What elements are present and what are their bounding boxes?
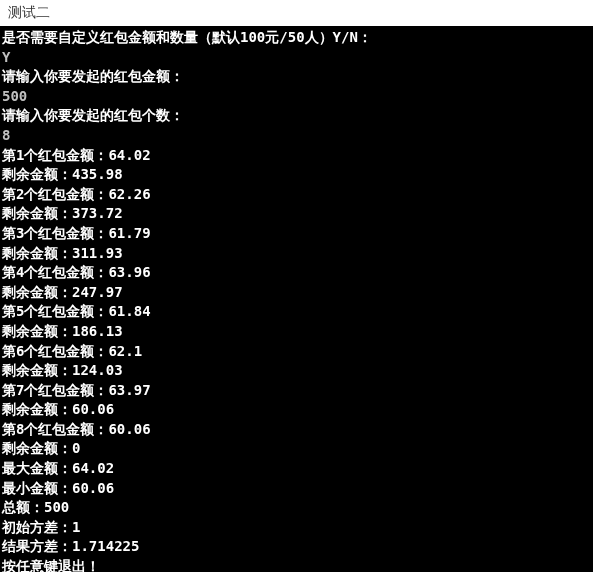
console-output-line: 最大金额：64.02 [0,459,593,479]
console-output-line: 第3个红包金额：61.79 [0,224,593,244]
console-output-line: 第1个红包金额：64.02 [0,146,593,166]
console-output-line: 剩余金额：0 [0,439,593,459]
console-output-line: 是否需要自定义红包金额和数量（默认100元/50人）Y/N： [0,28,593,48]
console-output-line: 剩余金额：60.06 [0,400,593,420]
console-output-line: 第8个红包金额：60.06 [0,420,593,440]
console-output-line: 剩余金额：247.97 [0,283,593,303]
console-output-line: 请输入你要发起的红包金额： [0,67,593,87]
console-output-line: 第7个红包金额：63.97 [0,381,593,401]
console-output-line: 总额：500 [0,498,593,518]
console-input-line: 8 [0,126,593,146]
console-output-line: 初始方差：1 [0,518,593,538]
console-output-line: 剩余金额：373.72 [0,204,593,224]
console-output-line: 第4个红包金额：63.96 [0,263,593,283]
console-output-line: 剩余金额：124.03 [0,361,593,381]
console-output-line: 按任意键退出！ [0,557,593,572]
console-input-line: Y [0,48,593,68]
console-output-line: 请输入你要发起的红包个数： [0,106,593,126]
console-output-line: 剩余金额：311.93 [0,244,593,264]
console-output[interactable]: 是否需要自定义红包金额和数量（默认100元/50人）Y/N：Y请输入你要发起的红… [0,26,593,572]
console-output-line: 结果方差：1.714225 [0,537,593,557]
console-output-line: 第2个红包金额：62.26 [0,185,593,205]
console-output-line: 剩余金额：435.98 [0,165,593,185]
page-title: 测试二 [0,0,593,26]
console-output-line: 第6个红包金额：62.1 [0,342,593,362]
console-output-line: 剩余金额：186.13 [0,322,593,342]
console-input-line: 500 [0,87,593,107]
console-output-line: 第5个红包金额：61.84 [0,302,593,322]
console-output-line: 最小金额：60.06 [0,479,593,499]
